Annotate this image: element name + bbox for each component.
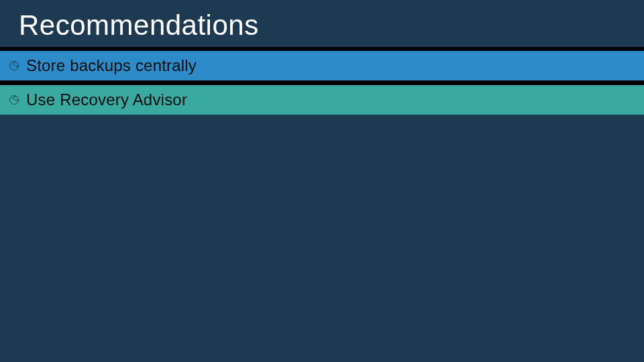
clock-icon bbox=[9, 95, 19, 105]
recommendation-text: Store backups centrally bbox=[26, 56, 197, 75]
recommendation-item-2: Use Recovery Advisor bbox=[0, 85, 644, 115]
slide: Recommendations Store backups centrally … bbox=[0, 0, 644, 362]
recommendation-item-1: Store backups centrally bbox=[0, 51, 644, 80]
slide-title: Recommendations bbox=[0, 0, 644, 47]
recommendation-text: Use Recovery Advisor bbox=[26, 90, 187, 109]
clock-icon bbox=[9, 61, 19, 70]
item-divider bbox=[0, 80, 644, 85]
